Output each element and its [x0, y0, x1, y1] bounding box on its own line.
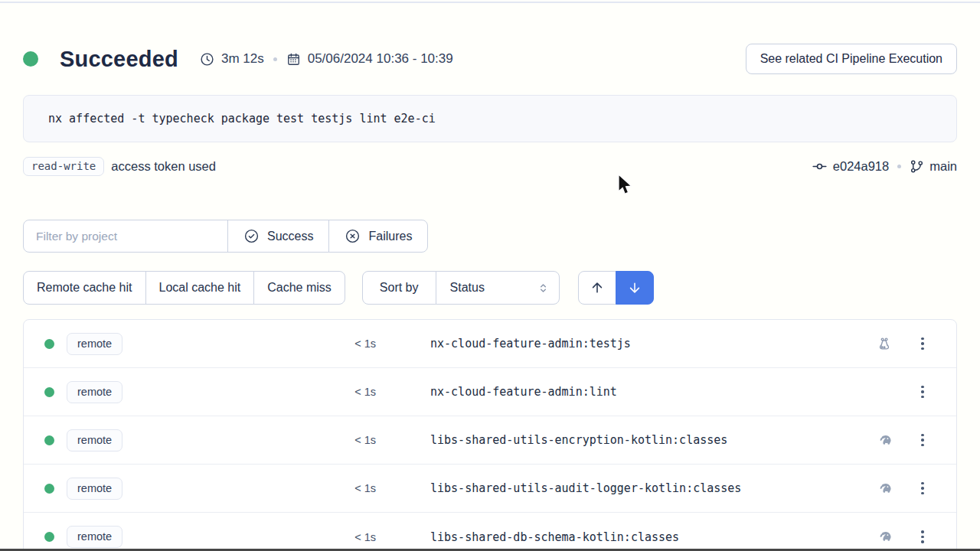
task-tool-icon-cell	[864, 432, 904, 449]
clock-icon	[200, 52, 214, 67]
sort-group: Sort by Status	[362, 271, 560, 305]
task-success-dot	[44, 484, 54, 494]
calendar-icon	[286, 52, 301, 67]
top-border	[0, 2, 980, 3]
task-row[interactable]: remote < 1s libs-shared-utils-audit-logg…	[24, 465, 956, 513]
sort-selected-value: Status	[450, 281, 485, 295]
task-name: libs-shared-db-schema-kotlin:classes	[376, 530, 864, 544]
cache-source-badge: remote	[67, 381, 122, 403]
filter-failures-button[interactable]: Failures	[328, 220, 428, 253]
task-row[interactable]: remote < 1s nx-cloud-feature-admin:testj…	[24, 320, 956, 368]
task-table: remote < 1s nx-cloud-feature-admin:testj…	[23, 319, 957, 551]
date-meta: 05/06/2024 10:36 - 10:39	[286, 51, 453, 67]
kebab-cell	[904, 478, 956, 500]
commit-sha[interactable]: e024a918	[833, 159, 889, 174]
status-header: Succeeded 3m 12s 05/06/2024 10:36 - 10:3…	[23, 42, 957, 76]
task-duration: < 1s	[342, 386, 376, 398]
sort-ascending-button[interactable]	[578, 271, 616, 305]
run-detail-page: Succeeded 3m 12s 05/06/2024 10:36 - 10:3…	[0, 42, 980, 551]
filter-project-input[interactable]	[23, 220, 228, 253]
task-duration: < 1s	[342, 531, 376, 543]
sort-by-label: Sort by	[362, 271, 436, 305]
task-success-dot	[44, 387, 54, 397]
cache-source-badge: remote	[67, 429, 122, 452]
duration-meta: 3m 12s	[200, 51, 264, 67]
gradle-icon	[876, 432, 893, 449]
gradle-icon	[876, 480, 893, 497]
related-ci-pipeline-button[interactable]: See related CI Pipeline Execution	[746, 44, 957, 74]
controls-bar: Remote cache hit Local cache hit Cache m…	[23, 271, 957, 305]
kebab-cell	[904, 526, 956, 548]
task-success-dot	[44, 532, 54, 542]
tab-label: Local cache hit	[159, 281, 241, 295]
duration-value: 3m 12s	[221, 51, 264, 67]
jest-icon	[876, 335, 893, 352]
filter-failures-label: Failures	[368, 230, 412, 243]
tab-remote-cache-hit[interactable]: Remote cache hit	[23, 271, 146, 305]
date-range-value: 05/06/2024 10:36 - 10:39	[308, 51, 453, 67]
cache-source-badge: remote	[67, 478, 122, 500]
tab-local-cache-hit[interactable]: Local cache hit	[145, 271, 255, 305]
page-title: Succeeded	[60, 47, 178, 72]
git-branch-icon	[910, 159, 924, 174]
task-name: libs-shared-utils-audit-logger-kotlin:cl…	[376, 481, 864, 495]
task-duration: < 1s	[342, 482, 376, 494]
task-duration: < 1s	[342, 434, 376, 446]
tab-label: Cache miss	[267, 281, 332, 295]
kebab-menu-icon[interactable]	[916, 333, 929, 355]
kebab-menu-icon[interactable]	[916, 429, 929, 452]
command-box: nx affected -t typecheck package test te…	[23, 95, 957, 142]
command-text: nx affected -t typecheck package test te…	[48, 112, 436, 126]
kebab-menu-icon[interactable]	[916, 381, 929, 403]
task-row[interactable]: remote < 1s libs-shared-utils-encryption…	[24, 416, 956, 465]
task-name: nx-cloud-feature-admin:testjs	[376, 337, 864, 350]
project-filter-group: Success Failures	[23, 220, 428, 253]
kebab-menu-icon[interactable]	[916, 478, 929, 500]
task-success-dot	[44, 435, 54, 445]
token-row: read-write access token used e024a918 ma…	[23, 155, 957, 178]
x-circle-icon	[345, 228, 361, 244]
kebab-menu-icon[interactable]	[916, 526, 929, 548]
kebab-cell	[904, 333, 956, 355]
filter-success-label: Success	[267, 230, 313, 243]
access-token-label: access token used	[111, 159, 216, 174]
tab-label: Remote cache hit	[37, 281, 132, 295]
cache-filter-group: Remote cache hit Local cache hit Cache m…	[23, 271, 345, 305]
check-circle-icon	[243, 228, 260, 244]
sort-field-select[interactable]: Status	[436, 271, 560, 305]
filter-success-button[interactable]: Success	[227, 220, 329, 253]
kebab-cell	[904, 429, 956, 452]
git-commit-icon	[812, 158, 828, 174]
kebab-cell	[904, 381, 956, 403]
task-duration: < 1s	[342, 337, 376, 350]
status-success-dot	[23, 51, 38, 67]
task-row[interactable]: remote < 1s libs-shared-db-schema-kotlin…	[24, 513, 956, 551]
separator-dot	[273, 57, 277, 61]
branch-name[interactable]: main	[929, 159, 957, 174]
arrow-up-icon	[590, 280, 605, 295]
task-tool-icon-cell	[864, 480, 904, 497]
arrow-down-icon	[627, 280, 642, 295]
task-success-dot	[44, 339, 54, 349]
cache-source-badge: remote	[67, 526, 122, 548]
chevron-up-down-icon	[537, 282, 550, 295]
cache-source-badge: remote	[67, 333, 122, 355]
access-token-badge: read-write	[23, 157, 104, 176]
filter-bar: Success Failures	[23, 220, 957, 253]
task-row[interactable]: remote < 1s nx-cloud-feature-admin:lint	[24, 368, 956, 416]
sort-direction-group	[578, 271, 654, 305]
gradle-icon	[876, 528, 893, 546]
vcs-info: e024a918 main	[812, 158, 957, 174]
task-name: libs-shared-utils-encryption-kotlin:clas…	[376, 433, 864, 447]
task-name: nx-cloud-feature-admin:lint	[376, 385, 864, 399]
separator-dot	[897, 165, 901, 168]
sort-descending-button[interactable]	[616, 271, 654, 305]
tab-cache-miss[interactable]: Cache miss	[253, 271, 345, 305]
task-tool-icon-cell	[864, 335, 904, 352]
task-tool-icon-cell	[864, 528, 904, 546]
